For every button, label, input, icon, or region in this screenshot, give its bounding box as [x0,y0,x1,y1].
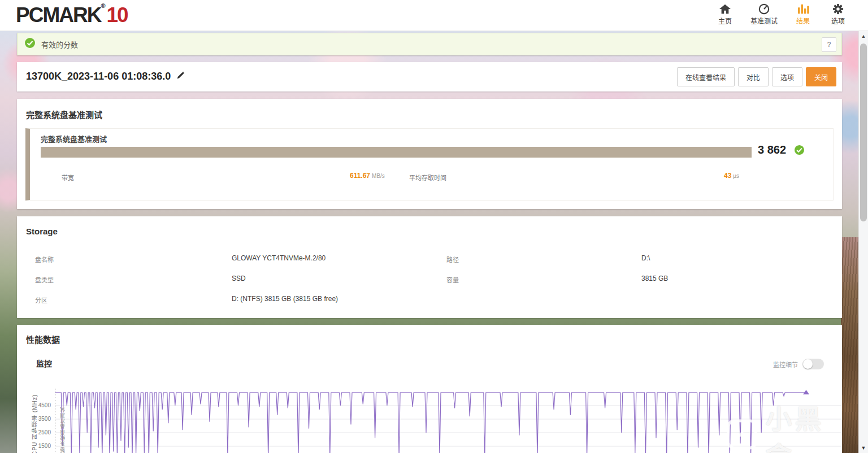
close-button[interactable]: 关闭 [806,67,836,86]
benchmark-score-box: 完整系统盘基准测试 3 862 带宽 611.67MB/s 平均存取时间 43µ… [25,128,834,201]
capacity-label: 容量 [446,275,459,284]
benchmark-section-title: 完整系统盘基准测试 [26,108,102,120]
help-button[interactable]: ? [822,37,836,52]
path-value: D:\ [641,254,650,262]
banner-message: 有效的分数 [41,39,78,50]
edit-pencil-icon[interactable] [176,71,185,82]
result-title-card: 13700K_2023-11-06 01:08:36.0 在线查看结果 对比 选… [17,62,842,92]
bar-chart-icon [797,3,809,15]
partition-value: D: (NTFS) 3815 GB (3815 GB free) [232,295,338,303]
view-online-button[interactable]: 在线查看结果 [677,67,735,86]
score-check-circle-icon [794,145,805,158]
disk-name-label: 盘名称 [35,255,54,264]
latency-value: 43µs [724,172,739,180]
bandwidth-value: 611.67MB/s [350,172,385,180]
gear-icon [832,3,844,15]
monitor-detail-toggle[interactable] [802,359,824,369]
chart-plot-area [55,389,842,453]
home-icon [719,3,731,15]
performance-section-title: 性能数据 [26,333,60,345]
bandwidth-number: 611.67 [350,172,370,180]
compare-button[interactable]: 对比 [738,67,769,86]
nav-label: 结果 [796,16,810,25]
scroll-down-arrow-icon[interactable]: ▼ [859,445,868,451]
nav-label: 主页 [718,16,732,25]
box-logo-icon [726,419,758,452]
watermark: 小黑盒 [726,398,842,453]
scrollbar-thumb[interactable] [860,43,867,221]
check-circle-icon [24,37,36,51]
latency-number: 43 [724,172,731,180]
cpu-frequency-chart: CPU 时钟频率 (MHz) 4500350025001500 完整系统盘基准测… [17,384,842,453]
scrollbar[interactable]: ▲ ▼ [858,31,868,453]
monitor-detail-row: 监控细节 [773,359,824,369]
registered-mark: ® [101,2,105,9]
nav-label: 基准测试 [750,16,778,25]
nav-benchmarks[interactable]: 基准测试 [750,3,778,25]
chart-phase-annotation: 完整系统盘基准测试 [59,407,66,453]
benchmark-card: 完整系统盘基准测试 完整系统盘基准测试 3 862 带宽 611.67MB/s … [17,99,842,209]
benchmark-test-name: 完整系统盘基准测试 [41,133,107,144]
nav-label: 选项 [831,16,845,25]
main-nav: 主页 基准测试 结果 选项 [715,3,848,25]
bandwidth-unit: MB/s [372,173,385,179]
disk-name-value: GLOWAY YCT4TNVMe-M.2/80 [232,254,326,262]
pcmark-results-page: PCMARK®10 主页 基准测试 结果 [0,0,868,453]
gauge-icon [758,3,770,15]
score-value: 3 862 [758,143,786,156]
latency-label: 平均存取时间 [409,173,446,182]
toggle-knob [803,359,813,369]
storage-card: Storage 盘名称 GLOWAY YCT4TNVMe-M.2/80 路径 D… [17,216,842,318]
storage-section-title: Storage [26,226,58,236]
pcmark-logo: PCMARK®10 [16,3,128,27]
options-button[interactable]: 选项 [772,67,802,86]
nav-options[interactable]: 选项 [828,3,848,25]
valid-score-banner: 有效的分数 ? [17,33,842,55]
bandwidth-label: 带宽 [62,173,74,182]
partition-label: 分区 [35,295,47,304]
logo-text: PCMARK [16,3,101,27]
monitor-detail-label: 监控细节 [773,360,798,369]
watermark-text: 小黑盒 [766,398,842,453]
result-actions: 在线查看结果 对比 选项 关闭 [677,67,836,86]
scroll-up-arrow-icon[interactable]: ▲ [859,33,868,39]
result-name: 13700K_2023-11-06 01:08:36.0 [26,71,171,82]
disk-type-value: SSD [232,275,246,282]
app-header: PCMARK®10 主页 基准测试 结果 [0,0,868,31]
disk-type-label: 盘类型 [35,275,54,284]
performance-card: 性能数据 监控 监控细节 CPU 时钟频率 (MHz) 450035002500… [17,325,842,453]
result-title: 13700K_2023-11-06 01:08:36.0 [26,71,185,82]
capacity-value: 3815 GB [641,275,668,282]
logo-number: 10 [107,3,128,27]
path-label: 路径 [446,255,459,264]
monitoring-title: 监控 [36,358,52,369]
nav-results[interactable]: 结果 [793,3,813,25]
nav-home[interactable]: 主页 [715,3,735,25]
score-bar [41,147,752,158]
latency-unit: µs [733,173,739,179]
